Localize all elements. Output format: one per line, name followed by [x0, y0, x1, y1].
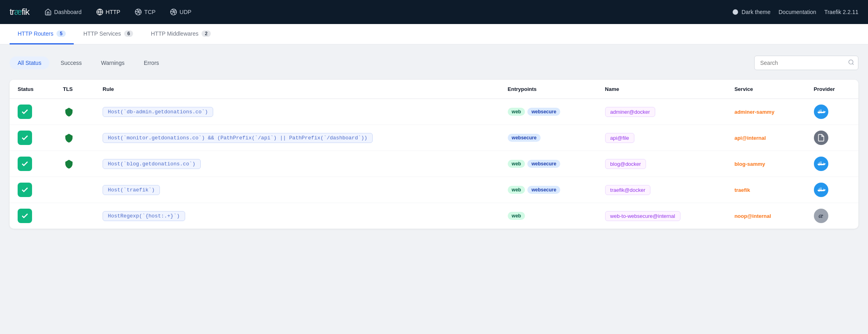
- col-entrypoints: Entrypoints: [500, 80, 597, 99]
- cell-tls: [55, 125, 95, 151]
- search-icon: [848, 59, 854, 67]
- version-label: Traefik 2.2.11: [824, 9, 858, 15]
- name-chip: blog@docker: [605, 159, 646, 169]
- table: Status TLS Rule Entrypoints Name Service…: [10, 80, 858, 229]
- svg-line-5: [852, 64, 854, 65]
- table-row[interactable]: Host(`blog.getdonations.co`)webwebsecure…: [10, 151, 858, 177]
- badge-web: web: [508, 186, 525, 194]
- table-header-row: Status TLS Rule Entrypoints Name Service…: [10, 80, 858, 99]
- cell-entrypoints: web: [500, 203, 597, 229]
- cell-service[interactable]: traefik: [727, 177, 806, 203]
- tab-routers[interactable]: HTTP Routers 5: [10, 24, 74, 44]
- name-chip: api@file: [605, 133, 634, 143]
- cell-name: web-to-websecure@internal: [597, 203, 727, 229]
- name-chip: traefik@docker: [605, 185, 651, 195]
- tab-routers-badge: 5: [57, 30, 66, 37]
- cell-name: adminer@docker: [597, 99, 727, 125]
- cell-name: blog@docker: [597, 151, 727, 177]
- service-link[interactable]: noop@internal: [735, 213, 771, 219]
- tab-services-label: HTTP Services: [83, 30, 121, 37]
- nav-udp[interactable]: UDP: [164, 5, 197, 19]
- name-chip: web-to-websecure@internal: [605, 211, 680, 221]
- tab-routers-label: HTTP Routers: [18, 30, 53, 37]
- nav-http-label: HTTP: [106, 9, 121, 15]
- tls-shield-icon: [63, 106, 75, 118]
- badge-websecure: websecure: [527, 186, 560, 194]
- cell-status: [10, 151, 55, 177]
- rule-chip: Host(`traefik`): [103, 185, 160, 195]
- nav-right: Dark theme Documentation Traefik 2.2.11: [732, 8, 858, 16]
- cell-provider: [806, 99, 858, 125]
- tcp-icon: [135, 8, 142, 16]
- nav-dashboard[interactable]: Dashboard: [39, 5, 87, 19]
- rule-chip: Host(`blog.getdonations.co`): [103, 159, 200, 169]
- cell-provider: æ: [806, 203, 858, 229]
- service-link[interactable]: blog-sammy: [735, 161, 765, 167]
- cell-provider: [806, 151, 858, 177]
- cell-status: [10, 203, 55, 229]
- tab-services-badge: 6: [124, 30, 133, 37]
- col-tls: TLS: [55, 80, 95, 99]
- badge-websecure: websecure: [508, 134, 541, 142]
- filter-errors[interactable]: Errors: [136, 56, 167, 69]
- dark-theme-toggle[interactable]: Dark theme: [732, 8, 770, 16]
- app-logo: træfik: [10, 7, 29, 17]
- provider-docker-icon: [814, 157, 828, 171]
- nav-tcp[interactable]: TCP: [129, 5, 161, 19]
- rule-chip: HostRegexp(`{host:.+}`): [103, 211, 185, 221]
- documentation-link[interactable]: Documentation: [779, 9, 816, 15]
- nav-udp-label: UDP: [180, 9, 192, 15]
- search-input[interactable]: [754, 56, 858, 70]
- filter-bar: All Status Success Warnings Errors: [10, 56, 858, 70]
- cell-tls: [55, 203, 95, 229]
- nav-dashboard-label: Dashboard: [54, 9, 82, 15]
- cell-status: [10, 99, 55, 125]
- cell-service[interactable]: adminer-sammy: [727, 99, 806, 125]
- svg-point-4: [849, 60, 853, 64]
- cell-status: [10, 177, 55, 203]
- name-chip: adminer@docker: [605, 107, 655, 117]
- cell-service[interactable]: blog-sammy: [727, 151, 806, 177]
- cell-rule: HostRegexp(`{host:.+}`): [95, 203, 500, 229]
- tls-shield-icon: [63, 132, 75, 144]
- provider-docker-icon: [814, 105, 828, 119]
- status-success-icon: [18, 209, 32, 223]
- status-success-icon: [18, 183, 32, 197]
- cell-service[interactable]: api@internal: [727, 125, 806, 151]
- filter-warnings[interactable]: Warnings: [93, 56, 133, 69]
- badge-web: web: [508, 212, 525, 220]
- table-row[interactable]: HostRegexp(`{host:.+}`)webweb-to-websecu…: [10, 203, 858, 229]
- home-icon: [44, 8, 52, 16]
- nav-tcp-label: TCP: [144, 9, 155, 15]
- badge-websecure: websecure: [527, 160, 560, 168]
- service-link[interactable]: traefik: [735, 187, 750, 193]
- tab-middlewares-badge: 2: [202, 30, 211, 37]
- cell-service[interactable]: noop@internal: [727, 203, 806, 229]
- status-success-icon: [18, 131, 32, 145]
- tab-middlewares[interactable]: HTTP Middlewares 2: [143, 24, 218, 44]
- search-container: [754, 56, 858, 70]
- cell-name: api@file: [597, 125, 727, 151]
- nav-http[interactable]: HTTP: [91, 5, 126, 19]
- col-service: Service: [727, 80, 806, 99]
- service-link[interactable]: api@internal: [735, 135, 766, 141]
- cell-entrypoints: webwebsecure: [500, 177, 597, 203]
- cell-entrypoints: webwebsecure: [500, 151, 597, 177]
- badge-websecure: websecure: [527, 108, 560, 116]
- badge-web: web: [508, 108, 525, 116]
- routers-table: Status TLS Rule Entrypoints Name Service…: [10, 80, 858, 229]
- table-row[interactable]: Host(`db-admin.getdonations.co`)webwebse…: [10, 99, 858, 125]
- cell-rule: Host(`traefik`): [95, 177, 500, 203]
- globe-icon: [96, 8, 103, 16]
- service-link[interactable]: adminer-sammy: [735, 109, 775, 115]
- provider-docker-icon: [814, 183, 828, 197]
- udp-icon: [170, 8, 177, 16]
- table-row[interactable]: Host(`monitor.getdonations.co`) && (Path…: [10, 125, 858, 151]
- filter-success[interactable]: Success: [52, 56, 90, 69]
- table-row[interactable]: Host(`traefik`)webwebsecuretraefik@docke…: [10, 177, 858, 203]
- col-name: Name: [597, 80, 727, 99]
- tab-services[interactable]: HTTP Services 6: [75, 24, 141, 44]
- rule-chip: Host(`db-admin.getdonations.co`): [103, 107, 213, 117]
- filter-all[interactable]: All Status: [10, 56, 49, 69]
- status-success-icon: [18, 105, 32, 119]
